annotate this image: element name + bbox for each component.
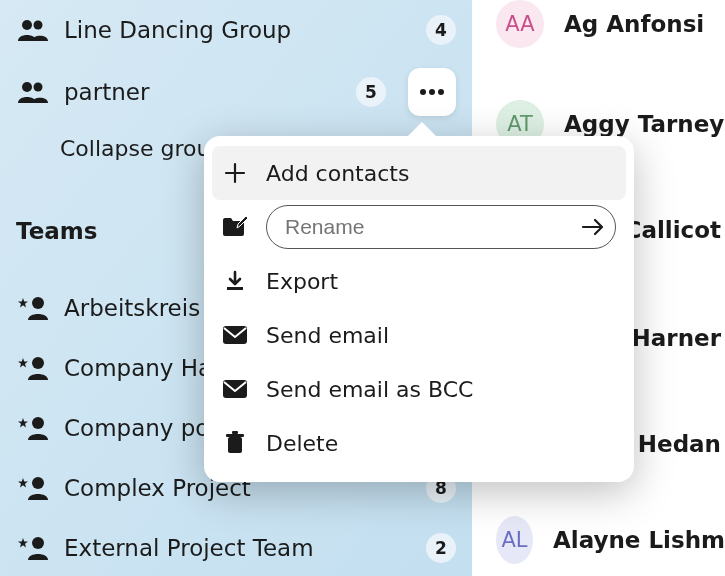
menu-item-export[interactable]: Export xyxy=(212,254,626,308)
star-person-icon xyxy=(16,476,50,500)
svg-point-7 xyxy=(32,297,44,309)
menu-item-send-email[interactable]: Send email xyxy=(212,308,626,362)
group-icon xyxy=(16,81,50,103)
team-count-badge: 2 xyxy=(426,533,456,563)
mail-icon xyxy=(220,379,250,399)
rename-input[interactable] xyxy=(285,215,573,239)
menu-label: Export xyxy=(266,269,338,294)
menu-item-delete[interactable]: Delete xyxy=(212,416,626,470)
svg-point-0 xyxy=(22,20,32,30)
menu-item-add-contacts[interactable]: Add contacts xyxy=(212,146,626,200)
svg-rect-16 xyxy=(226,434,244,437)
section-header-teams: Teams xyxy=(16,218,97,244)
svg-point-3 xyxy=(34,83,43,92)
menu-label: Delete xyxy=(266,431,338,456)
svg-rect-15 xyxy=(228,437,242,453)
menu-label: Send email as BCC xyxy=(266,377,473,402)
sidebar-team-label: External Project Team xyxy=(64,535,412,561)
svg-point-2 xyxy=(22,82,32,92)
context-menu: Add contacts Export Send email Send emai… xyxy=(204,136,634,482)
ellipsis-icon xyxy=(419,88,445,96)
sidebar-team-external-project[interactable]: External Project Team 2 xyxy=(16,526,456,570)
contact-name: Ag Anfonsi xyxy=(564,11,704,37)
avatar: AL xyxy=(496,516,533,564)
group-count-badge: 5 xyxy=(356,77,386,107)
menu-item-send-email-bcc[interactable]: Send email as BCC xyxy=(212,362,626,416)
group-icon xyxy=(16,19,50,41)
svg-point-6 xyxy=(438,89,444,95)
avatar: AA xyxy=(496,0,544,48)
svg-rect-17 xyxy=(232,431,238,434)
star-person-icon xyxy=(16,416,50,440)
download-icon xyxy=(220,270,250,292)
group-count-badge: 4 xyxy=(426,15,456,45)
svg-point-9 xyxy=(32,417,44,429)
plus-icon xyxy=(220,162,250,184)
star-person-icon xyxy=(16,536,50,560)
menu-label: Send email xyxy=(266,323,389,348)
svg-rect-13 xyxy=(223,326,247,344)
submit-rename-button[interactable] xyxy=(581,218,605,236)
svg-rect-14 xyxy=(223,380,247,398)
contact-row[interactable]: AL Alayne Lishm xyxy=(496,516,725,564)
sidebar-group-partner[interactable]: partner 5 xyxy=(16,70,456,114)
star-person-icon xyxy=(16,296,50,320)
svg-point-5 xyxy=(429,89,435,95)
arrow-right-icon xyxy=(581,218,605,236)
svg-rect-12 xyxy=(227,287,243,290)
folder-edit-icon xyxy=(220,216,250,238)
contact-name: Alayne Lishm xyxy=(553,527,725,553)
menu-label: Add contacts xyxy=(266,161,409,186)
mail-icon xyxy=(220,325,250,345)
trash-icon xyxy=(220,431,250,455)
rename-input-wrap[interactable] xyxy=(266,205,616,249)
svg-point-10 xyxy=(32,477,44,489)
sidebar-group-label: Line Dancing Group xyxy=(64,17,412,43)
svg-point-8 xyxy=(32,357,44,369)
more-button[interactable] xyxy=(408,68,456,116)
sidebar-group-line-dancing[interactable]: Line Dancing Group 4 xyxy=(16,8,456,52)
svg-point-11 xyxy=(32,537,44,549)
contact-name: Aggy Tarney xyxy=(564,111,724,137)
sidebar-group-label: partner xyxy=(64,79,342,105)
menu-item-rename xyxy=(212,200,626,254)
contact-row[interactable]: AA Ag Anfonsi xyxy=(496,0,725,48)
star-person-icon xyxy=(16,356,50,380)
svg-point-1 xyxy=(34,21,43,30)
svg-point-4 xyxy=(420,89,426,95)
